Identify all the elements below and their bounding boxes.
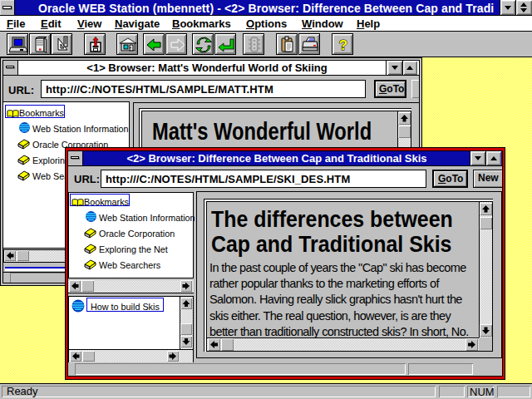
svg-text:?: ? [339,37,347,53]
